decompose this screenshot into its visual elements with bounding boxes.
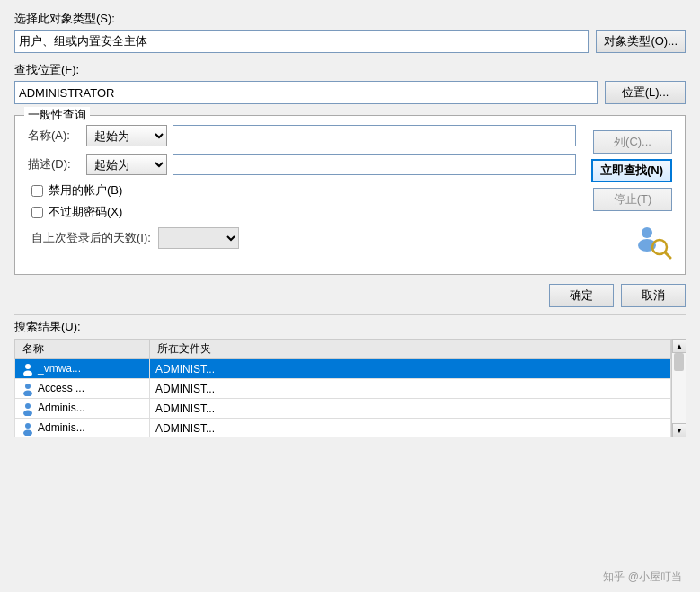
desc-field-label: 描述(D):: [28, 156, 86, 172]
bottom-buttons: 确定 取消: [14, 275, 686, 314]
result-name-text: Access ...: [38, 382, 84, 394]
user-icon: [21, 382, 35, 396]
noexpire-row: 不过期密码(X): [31, 204, 576, 220]
scrollbar[interactable]: ▲ ▼: [671, 339, 686, 437]
svg-point-6: [25, 384, 31, 389]
scroll-up-arrow[interactable]: ▲: [672, 339, 686, 353]
object-type-button[interactable]: 对象类型(O)...: [596, 30, 686, 53]
cancel-button[interactable]: 取消: [621, 284, 686, 307]
svg-point-4: [25, 364, 31, 369]
query-section-title: 一般性查询: [24, 107, 90, 123]
noexpire-label: 不过期密码(X): [49, 204, 122, 220]
svg-point-11: [23, 429, 32, 436]
name-field-row: 名称(A): 起始为: [28, 125, 576, 146]
svg-line-3: [665, 252, 670, 258]
desc-text-input[interactable]: [173, 154, 576, 175]
results-label: 搜索结果(U):: [14, 319, 686, 335]
result-name-text: Adminis...: [38, 421, 85, 434]
results-table: 名称 所在文件夹 _vmwa...ADMINIST... Access ...A…: [14, 339, 671, 437]
scroll-track: [672, 353, 686, 423]
scroll-down-arrow[interactable]: ▼: [672, 423, 686, 437]
table-row[interactable]: Access ...ADMINIST...: [15, 379, 671, 399]
result-name-cell: _vmwa...: [15, 359, 150, 379]
col-button[interactable]: 列(C)...: [593, 130, 672, 154]
results-wrapper: 名称 所在文件夹 _vmwa...ADMINIST... Access ...A…: [14, 339, 686, 437]
name-field-label: 名称(A):: [28, 128, 86, 144]
location-input[interactable]: [14, 81, 598, 104]
days-select[interactable]: [158, 227, 239, 249]
svg-point-7: [23, 390, 32, 396]
object-type-input[interactable]: [14, 30, 589, 53]
find-users-icon: [634, 224, 672, 261]
user-icon: [21, 362, 35, 376]
col-folder-header: 所在文件夹: [150, 340, 671, 359]
svg-point-8: [25, 403, 31, 409]
result-name-cell: Adminis...: [15, 399, 150, 419]
days-row: 自上次登录后的天数(I):: [31, 227, 576, 249]
name-dropdown[interactable]: 起始为: [86, 125, 167, 146]
result-folder-cell: ADMINIST...: [150, 379, 671, 399]
result-name-cell: Access ...: [15, 379, 150, 399]
results-section: 搜索结果(U): 名称 所在文件夹 _vmwa...ADMINIST... Ac…: [14, 314, 686, 437]
result-name-cell: Adminis...: [15, 419, 150, 438]
results-inner: 名称 所在文件夹 _vmwa...ADMINIST... Access ...A…: [14, 339, 671, 437]
result-folder-cell: ADMINIST...: [150, 399, 671, 419]
watermark: 知乎 @小屋叮当: [603, 570, 682, 585]
desc-field-row: 描述(D): 起始为: [28, 154, 576, 175]
search-now-button[interactable]: 立即查找(N): [591, 159, 672, 182]
dialog-container: 选择此对象类型(S): 对象类型(O)... 查找位置(F): 位置(L)...…: [0, 0, 700, 592]
location-label: 查找位置(F):: [14, 62, 686, 78]
user-icon: [21, 421, 35, 436]
ok-button[interactable]: 确定: [549, 284, 614, 307]
disabled-accounts-checkbox[interactable]: [31, 185, 43, 197]
svg-point-9: [23, 410, 32, 416]
svg-point-5: [23, 370, 32, 376]
result-folder-cell: ADMINIST...: [150, 359, 671, 379]
stop-button[interactable]: 停止(T): [593, 188, 672, 211]
scroll-thumb[interactable]: [674, 353, 684, 371]
table-row[interactable]: Adminis...ADMINIST...: [15, 399, 671, 419]
days-label: 自上次登录后的天数(I):: [31, 230, 151, 246]
result-name-text: Adminis...: [38, 402, 85, 414]
name-text-input[interactable]: [173, 125, 576, 146]
object-type-section: 选择此对象类型(S): 对象类型(O)...: [14, 11, 686, 53]
table-row[interactable]: Adminis...ADMINIST...: [15, 419, 671, 438]
user-icon: [21, 402, 35, 416]
location-section: 查找位置(F): 位置(L)...: [14, 62, 686, 104]
search-icon-area: [634, 224, 672, 261]
result-folder-cell: ADMINIST...: [150, 419, 671, 438]
disabled-accounts-label: 禁用的帐户(B): [49, 182, 122, 199]
query-right: 列(C)... 立即查找(N) 停止(T): [587, 125, 672, 261]
query-section: 一般性查询 名称(A): 起始为 描述(D):: [14, 115, 686, 275]
query-wrapper: 一般性查询 名称(A): 起始为 描述(D):: [14, 115, 686, 275]
location-button[interactable]: 位置(L)...: [605, 81, 686, 104]
svg-point-0: [642, 227, 652, 238]
object-type-label: 选择此对象类型(S):: [14, 11, 686, 27]
table-row[interactable]: _vmwa...ADMINIST...: [15, 359, 671, 379]
desc-dropdown[interactable]: 起始为: [86, 154, 167, 175]
svg-point-10: [25, 423, 31, 429]
query-left: 名称(A): 起始为 描述(D): 起始为: [28, 125, 576, 261]
query-inner: 名称(A): 起始为 描述(D): 起始为: [28, 125, 672, 261]
result-name-text: _vmwa...: [38, 362, 81, 375]
col-name-header: 名称: [15, 340, 150, 359]
disabled-accounts-row: 禁用的帐户(B): [31, 182, 576, 199]
noexpire-checkbox[interactable]: [31, 207, 43, 218]
